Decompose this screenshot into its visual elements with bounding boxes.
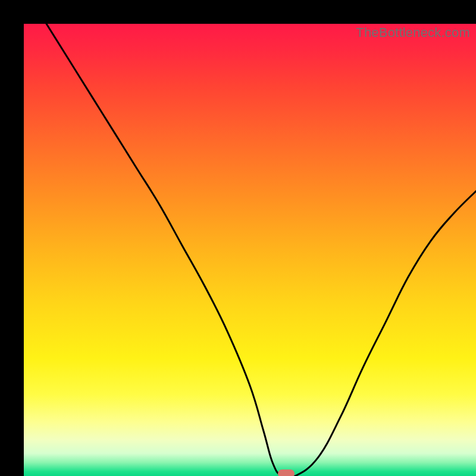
bottleneck-curve <box>24 24 476 476</box>
minimum-marker <box>278 469 295 476</box>
watermark-label: TheBottleneck.com <box>356 25 470 40</box>
plot-area: TheBottleneck.com <box>24 24 476 476</box>
chart-frame: TheBottleneck.com <box>12 12 464 464</box>
